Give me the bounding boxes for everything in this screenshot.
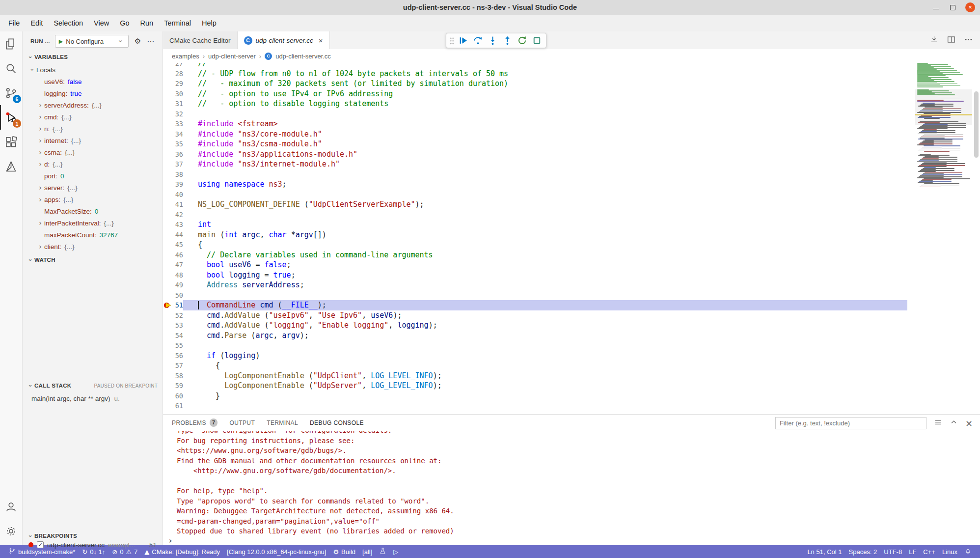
menu-terminal[interactable]: Terminal (159, 19, 196, 27)
code-line[interactable]: 48 bool logging = true; (163, 270, 907, 280)
code-line[interactable]: 60 } (163, 391, 907, 401)
gutter[interactable] (163, 371, 173, 381)
gutter[interactable] (163, 109, 173, 119)
restart-button[interactable] (516, 35, 528, 47)
close-tab-icon[interactable]: × (319, 36, 323, 45)
variable-row[interactable]: MaxPacketSize:0 (23, 205, 163, 217)
cmake-icon[interactable] (0, 154, 22, 179)
menu-view[interactable]: View (88, 19, 114, 27)
variable-row[interactable]: ›server:{...} (23, 182, 163, 194)
stop-button[interactable] (531, 35, 543, 47)
current-line-arrow-icon[interactable] (163, 300, 173, 310)
code-line[interactable]: 46 // Declare variables used in command-… (163, 250, 907, 260)
status-build-target[interactable]: [all] (359, 545, 376, 558)
menu-run[interactable]: Run (135, 19, 159, 27)
debug-console[interactable]: Type "show configuration" for configurat… (163, 431, 980, 545)
variable-row[interactable]: ›internet:{...} (23, 135, 163, 146)
console-lines-icon[interactable] (934, 418, 942, 428)
console-filter-input[interactable] (775, 417, 926, 429)
variable-row[interactable]: ›serverAddress:{...} (23, 99, 163, 111)
code-line[interactable]: 32 (163, 109, 907, 119)
split-editor-icon[interactable] (947, 35, 956, 46)
close-button[interactable]: × (965, 2, 975, 12)
code-line[interactable]: 57 { (163, 361, 907, 371)
gutter[interactable] (163, 199, 173, 210)
code-editor[interactable]: 27//28// - UDP flow from n0 to n1 of 102… (163, 63, 980, 414)
settings-gear-icon[interactable] (0, 519, 22, 543)
call-stack-frame[interactable]: main(int argc, char ** argv) u. (23, 392, 163, 404)
chevron-right-icon[interactable]: › (36, 113, 44, 121)
variable-row[interactable]: ›d:{...} (23, 158, 163, 170)
code-line[interactable]: 40 (163, 190, 907, 200)
code-line[interactable]: 52 cmd.AddValue ("useIpv6", "Use Ipv6", … (163, 310, 907, 321)
breadcrumb-item[interactable]: udp-client-server (208, 53, 256, 60)
chevron-right-icon[interactable]: › (36, 219, 44, 227)
gutter[interactable] (163, 63, 173, 69)
variable-row[interactable]: ›client:{...} (23, 241, 163, 252)
chevron-right-icon[interactable]: › (36, 243, 44, 251)
debug-config-dropdown[interactable]: ▶ No Configura › (55, 35, 129, 48)
breakpoint-row[interactable]: ✓ udp-client-server.cc exampl... 51 (23, 539, 163, 551)
chevron-right-icon[interactable]: › (36, 125, 44, 133)
chevron-right-icon[interactable]: › (36, 101, 44, 109)
tab-cmake-cache-editor[interactable]: CMake Cache Editor (163, 31, 238, 49)
explorer-icon[interactable] (0, 31, 22, 56)
gutter[interactable] (163, 89, 173, 99)
gutter[interactable] (163, 340, 173, 351)
gutter[interactable] (163, 290, 173, 301)
step-out-button[interactable] (501, 35, 513, 47)
minimap[interactable] (915, 63, 972, 414)
code-line[interactable]: 31// - option to disable logging stateme… (163, 99, 907, 109)
gutter[interactable] (163, 149, 173, 160)
gutter[interactable] (163, 250, 173, 260)
code-line[interactable]: 49 Address serverAddress; (163, 280, 907, 290)
more-actions-icon[interactable]: ⋯ (147, 37, 154, 46)
gutter[interactable] (163, 169, 173, 180)
download-icon[interactable] (929, 35, 939, 46)
code-line[interactable]: 29// - maximum of 320 packets sent (or l… (163, 79, 907, 89)
gutter[interactable] (163, 280, 173, 290)
chevron-right-icon[interactable]: › (36, 137, 44, 144)
variable-row[interactable]: maxPacketCount:32767 (23, 229, 163, 241)
gutter[interactable] (163, 361, 173, 371)
gutter[interactable] (163, 119, 173, 129)
code-line[interactable]: 45{ (163, 240, 907, 250)
menu-help[interactable]: Help (196, 19, 222, 27)
status-cmake-test[interactable] (376, 545, 390, 558)
gutter[interactable] (163, 391, 173, 401)
code-line[interactable]: 51 CommandLine cmd (__FILE__); (163, 300, 907, 310)
gutter[interactable] (163, 351, 173, 361)
variable-row[interactable]: ›interPacketInterval:{...} (23, 217, 163, 229)
status-indentation[interactable]: Spaces: 2 (845, 545, 881, 558)
code-line[interactable]: 41NS_LOG_COMPONENT_DEFINE ("UdpClientSer… (163, 199, 907, 210)
code-line[interactable]: 37#include "ns3/internet-module.h" (163, 159, 907, 169)
code-line[interactable]: 47 bool useV6 = false; (163, 260, 907, 270)
more-actions-icon[interactable] (964, 35, 973, 46)
chevron-up-icon[interactable] (950, 418, 958, 428)
gutter[interactable] (163, 401, 173, 411)
gutter[interactable] (163, 220, 173, 230)
account-icon[interactable] (0, 494, 22, 519)
variable-row[interactable]: ›n:{...} (23, 123, 163, 135)
gutter[interactable] (163, 331, 173, 341)
variable-row[interactable]: ›csma:{...} (23, 146, 163, 158)
gutter[interactable] (163, 210, 173, 220)
gutter[interactable] (163, 190, 173, 200)
gutter[interactable] (163, 381, 173, 391)
step-into-button[interactable] (487, 35, 498, 47)
variable-row[interactable]: ›cmd:{...} (23, 111, 163, 123)
chevron-right-icon[interactable]: › (36, 184, 44, 192)
gutter[interactable] (163, 159, 173, 169)
code-line[interactable]: 30// - option to use IPv4 or IPv6 addres… (163, 89, 907, 99)
gutter[interactable] (163, 179, 173, 190)
step-over-button[interactable] (472, 35, 484, 47)
code-line[interactable]: 35#include "ns3/csma-module.h" (163, 139, 907, 149)
gear-icon[interactable]: ⚙ (135, 37, 141, 46)
chevron-down-icon[interactable]: › (28, 66, 36, 74)
tab-udp-client-server-cc[interactable]: Cudp-client-server.cc× (238, 31, 330, 49)
minimap-viewport[interactable] (915, 89, 972, 125)
status-notifications[interactable] (961, 545, 975, 558)
search-icon[interactable] (0, 56, 22, 81)
call-stack-section-header[interactable]: › CALL STACK PAUSED ON BREAKPOINT (23, 380, 163, 391)
breadcrumb-item[interactable]: udp-client-server.cc (275, 53, 331, 60)
